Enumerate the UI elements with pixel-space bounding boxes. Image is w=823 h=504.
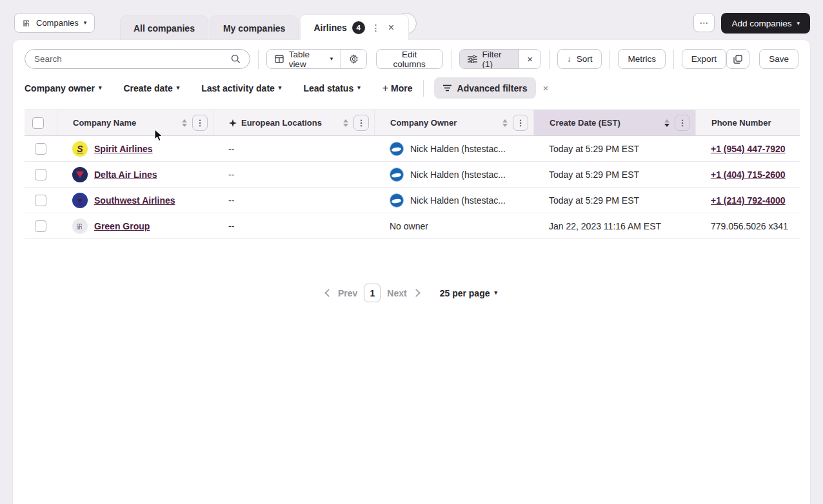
more-filters-button[interactable]: + More xyxy=(382,82,413,94)
caret-down-icon: ▾ xyxy=(84,20,87,26)
column-menu-kebab-icon[interactable]: ⋮ xyxy=(675,115,690,131)
sort-button[interactable]: ↓ Sort xyxy=(557,49,602,69)
filter-label: Create date xyxy=(123,83,172,93)
table-row: S Spirit Airlines -- Nick Halden (hstest… xyxy=(25,136,800,162)
column-header-european-locations[interactable]: European Locations ⋮ xyxy=(213,110,374,135)
top-bar: Companies ▾ All companies My companies A… xyxy=(0,0,823,40)
column-header-phone-number[interactable]: Phone Number xyxy=(695,110,800,135)
next-page-button[interactable]: Next xyxy=(387,288,406,298)
edit-columns-button[interactable]: Edit columns xyxy=(376,49,443,69)
european-locations-cell: -- xyxy=(213,213,374,238)
phone-number-link[interactable]: +1 (214) 792-4000 xyxy=(711,195,786,206)
column-header-company-owner[interactable]: Company Owner ⋮ xyxy=(374,110,533,135)
tab-close-icon[interactable]: × xyxy=(387,22,395,34)
row-checkbox[interactable] xyxy=(35,220,46,232)
column-menu-kebab-icon[interactable]: ⋮ xyxy=(353,115,369,131)
close-icon: × xyxy=(527,53,533,64)
tab-options-kebab-icon[interactable]: ⋮ xyxy=(370,23,382,33)
column-header-create-date[interactable]: Create Date (EST) ⋮ xyxy=(533,110,695,135)
current-page-button[interactable]: 1 xyxy=(364,284,381,302)
phone-number-link[interactable]: +1 (404) 715-2600 xyxy=(711,170,786,180)
add-companies-button[interactable]: Add companies ▾ xyxy=(721,13,810,34)
spirit-airlines-logo: S xyxy=(72,141,88,157)
default-company-icon xyxy=(72,218,88,234)
company-name: Southwest Airlines xyxy=(94,195,175,206)
filter-button[interactable]: Filter (1) xyxy=(460,50,519,68)
company-owner-cell: Nick Halden (hstestac... xyxy=(390,142,506,156)
divider xyxy=(549,50,550,69)
save-label: Save xyxy=(769,54,789,64)
building-icon xyxy=(23,19,31,27)
column-header-company-name[interactable]: Company Name ⋮ xyxy=(57,110,213,135)
export-button[interactable]: Export xyxy=(682,49,726,69)
quick-filters-row: Company owner ▾ Create date ▾ Last activ… xyxy=(25,77,798,99)
filter-label: Lead status xyxy=(303,83,353,93)
advanced-filters-label: Advanced filters xyxy=(457,83,528,93)
content-panel: Table view ▾ Edit columns Filter (1) xyxy=(13,40,810,504)
company-name-link[interactable]: Delta Air Lines xyxy=(72,167,157,182)
sort-toggle-icon[interactable] xyxy=(664,119,669,127)
company-name-link[interactable]: S Spirit Airlines xyxy=(72,141,153,157)
filter-last-activity-date[interactable]: Last activity date ▾ xyxy=(201,83,281,93)
table-view-button[interactable]: Table view ▾ xyxy=(267,50,341,68)
export-label: Export xyxy=(691,54,717,64)
row-checkbox[interactable] xyxy=(35,195,46,206)
sort-toggle-icon[interactable] xyxy=(182,119,187,127)
filter-company-owner[interactable]: Company owner ▾ xyxy=(25,83,101,93)
view-settings-button[interactable] xyxy=(341,50,366,68)
filter-create-date[interactable]: Create date ▾ xyxy=(123,83,179,93)
column-label: Phone Number xyxy=(711,118,795,128)
company-name: Spirit Airlines xyxy=(94,144,153,154)
plus-icon: + xyxy=(382,82,388,94)
company-name-link[interactable]: ♥ Southwest Airlines xyxy=(72,193,175,208)
owner-name: Nick Halden (hstestac... xyxy=(410,144,506,154)
caret-down-icon: ▾ xyxy=(279,85,282,91)
table-row: Green Group -- No owner Jan 22, 2023 11:… xyxy=(25,213,800,239)
tab-my-companies[interactable]: My companies xyxy=(210,15,299,40)
column-label: Create Date (EST) xyxy=(550,118,664,128)
select-all-checkbox[interactable] xyxy=(32,117,44,129)
remove-advanced-filters-icon[interactable]: × xyxy=(542,82,548,93)
ellipsis-icon: ⋯ xyxy=(699,17,709,28)
chevron-right-icon[interactable] xyxy=(412,289,421,297)
prev-page-button[interactable]: Prev xyxy=(338,288,357,298)
table-view-label: Table view xyxy=(289,50,325,69)
column-menu-kebab-icon[interactable]: ⋮ xyxy=(513,115,528,131)
clone-view-button[interactable] xyxy=(726,49,749,69)
divider xyxy=(423,80,424,97)
tab-label: Airlines xyxy=(313,23,346,33)
filter-group: Filter (1) × xyxy=(459,49,541,69)
copy-icon xyxy=(733,55,742,64)
owner-name: Nick Halden (hstestac... xyxy=(410,195,506,206)
row-checkbox[interactable] xyxy=(35,169,46,180)
record-count-badge: 4 xyxy=(352,21,365,34)
company-name-link[interactable]: Green Group xyxy=(72,218,150,234)
create-date-cell: Today at 5:29 PM EST xyxy=(533,162,695,187)
tab-airlines[interactable]: Airlines 4 ⋮ × xyxy=(300,14,409,40)
add-companies-label: Add companies xyxy=(731,19,791,28)
company-owner-cell: Nick Halden (hstestac... xyxy=(390,168,506,182)
search-box[interactable] xyxy=(25,49,250,69)
tab-all-companies[interactable]: All companies xyxy=(120,15,208,40)
search-input[interactable] xyxy=(34,54,226,64)
divider xyxy=(258,50,259,69)
divider xyxy=(451,50,451,69)
advanced-filters-chip[interactable]: Advanced filters xyxy=(434,77,537,99)
per-page-selector[interactable]: 25 per page ▾ xyxy=(440,288,497,298)
clear-filter-button[interactable]: × xyxy=(519,50,540,68)
column-menu-kebab-icon[interactable]: ⋮ xyxy=(192,115,208,131)
object-type-switcher[interactable]: Companies ▾ xyxy=(14,13,95,33)
metrics-button[interactable]: Metrics xyxy=(618,49,666,69)
owner-avatar xyxy=(390,193,404,208)
row-checkbox[interactable] xyxy=(35,143,46,155)
sort-toggle-icon[interactable] xyxy=(343,119,348,127)
owner-avatar xyxy=(390,142,404,156)
more-options-button[interactable]: ⋯ xyxy=(693,13,715,32)
sort-toggle-icon[interactable] xyxy=(502,119,508,127)
filter-lead-status[interactable]: Lead status ▾ xyxy=(303,83,360,93)
column-label: Company Owner xyxy=(390,118,502,128)
chevron-left-icon[interactable] xyxy=(324,289,333,297)
save-view-button[interactable]: Save xyxy=(759,49,798,69)
sort-label: Sort xyxy=(577,54,593,64)
phone-number-link[interactable]: +1 (954) 447-7920 xyxy=(711,144,786,154)
